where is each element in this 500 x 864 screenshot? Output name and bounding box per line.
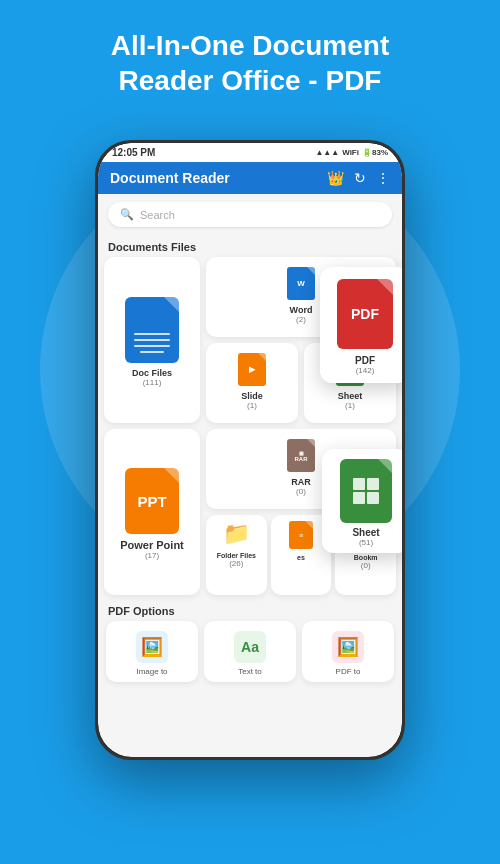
ppt-label: Power Point xyxy=(120,539,184,551)
pdf-to-icon: 🖼️ xyxy=(332,631,364,663)
app-bar-title: Document Reader xyxy=(110,170,230,186)
sheet-count: (51) xyxy=(359,538,373,547)
phone-mockup: 12:05 PM ▲▲▲ WiFi 🔋83% Document Reader 👑… xyxy=(95,140,405,760)
doc-files-icon xyxy=(125,297,179,363)
word-label: Word xyxy=(290,305,313,315)
pdf-icon: PDF xyxy=(337,279,393,349)
slide-label: Slide xyxy=(241,391,263,401)
sheet-label: Sheet xyxy=(352,527,379,538)
rar-label: RAR xyxy=(291,477,311,487)
search-icon: 🔍 xyxy=(120,208,134,221)
status-icons: ▲▲▲ WiFi 🔋83% xyxy=(315,148,388,157)
image-to-icon: 🖼️ xyxy=(136,631,168,663)
sheet-sm-label: Sheet xyxy=(338,391,363,401)
folder-count: (26) xyxy=(229,559,243,568)
doc-files-card[interactable]: Doc Files (111) xyxy=(104,257,200,423)
ppt-icon: PPT xyxy=(125,468,179,534)
pdf-to-label: PDF to xyxy=(336,667,361,676)
doc-files-label: Doc Files xyxy=(132,368,172,378)
phone-screen: 12:05 PM ▲▲▲ WiFi 🔋83% Document Reader 👑… xyxy=(98,143,402,757)
pdf-options-title: PDF Options xyxy=(104,601,396,621)
slide-card[interactable]: ▶ Slide (1) xyxy=(206,343,298,423)
pdf-options-grid: 🖼️ Image to Aa Text to 🖼️ PDF to xyxy=(104,621,396,682)
files-icon: ≡ xyxy=(289,521,313,549)
time-display: 12:05 PM xyxy=(112,147,155,158)
sheet-large-icon xyxy=(340,459,392,523)
pdf-label: PDF xyxy=(355,355,375,366)
page-title: All-In-One DocumentReader Office - PDF xyxy=(30,28,470,98)
text-to-label: Text to xyxy=(238,667,262,676)
folder-card[interactable]: 📁 Folder Files (26) xyxy=(206,515,267,595)
more-options-icon[interactable]: ⋮ xyxy=(376,170,390,186)
battery-icon: 🔋83% xyxy=(362,148,388,157)
folder-label: Folder Files xyxy=(217,552,256,559)
pdf-count: (142) xyxy=(356,366,375,375)
search-bar[interactable]: 🔍 Search xyxy=(108,202,392,227)
app-bar-actions: 👑 ↻ ⋮ xyxy=(327,170,390,186)
rar-icon: ▦ RAR xyxy=(287,439,315,472)
sheet-sm-count: (1) xyxy=(345,401,355,410)
pdf-to-card[interactable]: 🖼️ PDF to xyxy=(302,621,394,682)
folder-icon: 📁 xyxy=(223,521,250,547)
text-to-card[interactable]: Aa Text to xyxy=(204,621,296,682)
page-header: All-In-One DocumentReader Office - PDF xyxy=(0,0,500,114)
bookmark-label: Bookm xyxy=(354,554,378,561)
sheet-floating-card[interactable]: Sheet (51) xyxy=(322,449,402,553)
image-to-card[interactable]: 🖼️ Image to xyxy=(106,621,198,682)
ppt-count: (17) xyxy=(145,551,159,560)
word-icon: W xyxy=(287,267,315,300)
bookmark-count: (0) xyxy=(361,561,371,570)
search-placeholder: Search xyxy=(140,209,175,221)
slide-count: (1) xyxy=(247,401,257,410)
app-bar: Document Reader 👑 ↻ ⋮ xyxy=(98,162,402,194)
powerpoint-card[interactable]: PPT Power Point (17) xyxy=(104,429,200,595)
pdf-floating-card[interactable]: PDF PDF (142) xyxy=(320,267,402,383)
rar-count: (0) xyxy=(296,487,306,496)
files-label: es xyxy=(297,554,305,561)
slide-icon: ▶ xyxy=(238,353,266,386)
image-to-label: Image to xyxy=(136,667,167,676)
status-bar: 12:05 PM ▲▲▲ WiFi 🔋83% xyxy=(98,143,402,162)
signal-icon: ▲▲▲ xyxy=(315,148,339,157)
content-area: Documents Files Doc Files (111) xyxy=(98,235,402,757)
documents-section-title: Documents Files xyxy=(104,235,396,257)
text-to-icon: Aa xyxy=(234,631,266,663)
crown-icon[interactable]: 👑 xyxy=(327,170,344,186)
wifi-icon: WiFi xyxy=(342,148,359,157)
doc-files-count: (111) xyxy=(143,378,162,387)
word-count: (2) xyxy=(296,315,306,324)
refresh-icon[interactable]: ↻ xyxy=(354,170,366,186)
